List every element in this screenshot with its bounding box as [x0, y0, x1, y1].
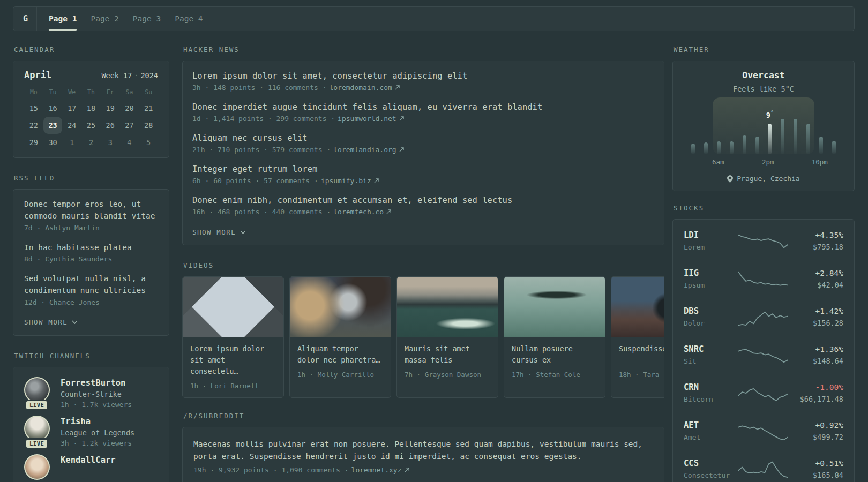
- stock-left: CRNBitcorn: [684, 382, 737, 403]
- video-title[interactable]: Lorem ipsum dolor sit amet consectetu…: [190, 343, 276, 377]
- app-logo: G: [23, 14, 36, 24]
- hn-item-title[interactable]: Aliquam nec cursus elit: [192, 133, 654, 143]
- tab-page-2[interactable]: Page 2: [91, 7, 118, 31]
- calendar-day: 16: [43, 100, 63, 117]
- twitch-section-title: TWITCH CHANNELS: [14, 352, 169, 360]
- calendar-header: April Week 17·2024: [24, 70, 158, 80]
- twitch-channel[interactable]: LIVEForrestBurtonCounter-Strike1h · 1.7k…: [24, 377, 158, 409]
- video-title[interactable]: Suspendisse diam: [619, 343, 664, 366]
- hn-section-title: HACKER NEWS: [183, 46, 664, 54]
- weather-column: [814, 105, 827, 154]
- stock-row[interactable]: CRNBitcorn-1.00%$66,171.48: [684, 374, 843, 412]
- video-card-body: Nullam posuere cursus ex17h · Stefan Col…: [504, 337, 605, 386]
- twitch-channel[interactable]: KendallCarr: [24, 454, 158, 482]
- twitch-channel[interactable]: LIVETrishaLeague of Legends3h · 1.2k vie…: [24, 416, 158, 447]
- video-thumbnail[interactable]: [183, 277, 283, 337]
- video-meta: 1h · Molly Carrillo: [297, 371, 383, 379]
- hn-item: Lorem ipsum dolor sit amet, consectetur …: [192, 71, 654, 92]
- video-thumbnail[interactable]: [504, 277, 605, 337]
- stock-row[interactable]: SNRCSit+1.36%$148.64: [684, 336, 843, 374]
- stock-change: +4.35%: [789, 231, 843, 240]
- rss-item-meta: 7d · Ashlyn Martin: [24, 224, 158, 232]
- rss-item[interactable]: In hac habitasse platea8d · Cynthia Saun…: [24, 242, 158, 263]
- stock-row[interactable]: CCSConsectetur+0.51%$165.84: [684, 450, 843, 482]
- stock-row[interactable]: LDILorem+4.35%$795.18: [684, 222, 843, 260]
- video-card[interactable]: Mauris sit amet massa felis7h · Grayson …: [396, 276, 498, 398]
- stock-symbol: CCS: [684, 458, 737, 469]
- video-title[interactable]: Nullam posuere cursus ex: [512, 343, 597, 366]
- video-title[interactable]: Aliquam tempor dolor nec pharetra…: [297, 343, 383, 366]
- video-card[interactable]: Nullam posuere cursus ex17h · Stefan Col…: [504, 276, 605, 398]
- hn-item-domain[interactable]: ipsumworld.net: [338, 115, 396, 123]
- calendar-day: 29: [24, 134, 43, 151]
- stock-right: -1.00%$66,171.48: [789, 383, 843, 404]
- subreddit-section-title: /R/SUBREDDIT: [183, 412, 664, 420]
- stock-change: -1.00%: [789, 383, 843, 392]
- twitch-avatar: [24, 416, 50, 441]
- calendar-day-header: Fr: [101, 86, 120, 99]
- tab-page-1[interactable]: Page 1: [49, 7, 77, 31]
- hn-item-title[interactable]: Integer eget rutrum lorem: [192, 164, 654, 174]
- twitch-channel-name[interactable]: Trisha: [61, 417, 134, 426]
- rss-item[interactable]: Sed volutpat nulla nisl, a condimentum n…: [24, 273, 158, 306]
- twitch-channel-name[interactable]: ForrestBurton: [61, 378, 132, 388]
- videos-section-title: VIDEOS: [183, 261, 664, 269]
- stock-price: $795.18: [789, 243, 843, 251]
- video-card[interactable]: Lorem ipsum dolor sit amet consectetu…1h…: [182, 276, 284, 398]
- tab-page-3[interactable]: Page 3: [133, 7, 161, 31]
- hn-item-title[interactable]: Donec imperdiet augue tincidunt felis al…: [192, 102, 654, 112]
- rss-item-title[interactable]: Sed volutpat nulla nisl, a condimentum n…: [24, 273, 158, 297]
- tab-page-4[interactable]: Page 4: [175, 7, 203, 31]
- twitch-channel-meta: 3h · 1.2k viewers: [61, 439, 134, 447]
- hn-item-domain[interactable]: loremdomain.com: [329, 84, 392, 92]
- stocks-list: LDILorem+4.35%$795.18IIGIpsum+2.84%$42.0…: [684, 222, 843, 482]
- calendar-day-header: We: [62, 86, 81, 99]
- rss-item-title[interactable]: Donec tempor eros leo, ut commodo mauris…: [24, 199, 158, 222]
- stock-change: +0.92%: [789, 421, 843, 430]
- chevron-down-icon: [240, 230, 246, 234]
- stock-sparkline-wrap: [737, 267, 789, 291]
- hn-item-domain[interactable]: ipsumify.biz: [321, 177, 371, 185]
- hn-item-title[interactable]: Lorem ipsum dolor sit amet, consectetur …: [192, 71, 654, 81]
- calendar-day: 25: [81, 117, 101, 134]
- hn-item-stats: 21h · 710 points · 579 comments ·: [192, 146, 331, 154]
- twitch-channel-info: KendallCarr: [61, 454, 116, 482]
- stock-sparkline-wrap: [737, 229, 789, 253]
- calendar-day-header: Th: [81, 86, 101, 99]
- stock-name: Bitcorn: [684, 395, 737, 404]
- twitch-channel-info: TrishaLeague of Legends3h · 1.2k viewers: [61, 416, 134, 447]
- stock-row[interactable]: AETAmet+0.92%$499.72: [684, 412, 843, 450]
- weather-column: [713, 105, 725, 154]
- subreddit-post-title[interactable]: Maecenas mollis pulvinar erat non posuer…: [193, 438, 653, 463]
- video-title[interactable]: Mauris sit amet massa felis: [405, 343, 490, 366]
- hn-show-more-button[interactable]: SHOW MORE: [192, 228, 246, 236]
- video-card[interactable]: Aliquam tempor dolor nec pharetra…1h · M…: [289, 276, 391, 398]
- stock-row[interactable]: DBSDolor+1.42%$156.28: [684, 298, 843, 336]
- dashboard-page: G Page 1Page 2Page 3Page 4 CALENDAR Apri…: [0, 0, 868, 482]
- twitch-avatar: [24, 454, 50, 480]
- stock-price: $66,171.48: [789, 395, 843, 403]
- hn-item-domain[interactable]: loremtech.co: [333, 208, 384, 216]
- hn-item: Donec enim nibh, condimentum et accumsan…: [192, 195, 654, 216]
- video-thumbnail[interactable]: [611, 277, 664, 337]
- hn-item-domain[interactable]: loremlandia.org: [333, 146, 396, 154]
- stock-row[interactable]: IIGIpsum+2.84%$42.04: [684, 260, 843, 298]
- rss-item[interactable]: Donec tempor eros leo, ut commodo mauris…: [24, 199, 158, 232]
- rss-show-more-button[interactable]: SHOW MORE: [24, 318, 78, 326]
- stock-name: Lorem: [684, 243, 737, 252]
- hn-item-stats: 6h · 60 points · 57 comments ·: [192, 177, 318, 185]
- video-thumbnail[interactable]: [290, 277, 391, 337]
- video-card[interactable]: Suspendisse diam18h · Tara: [611, 276, 664, 398]
- calendar-week-year: Week 17·2024: [101, 71, 158, 80]
- rss-item-title[interactable]: In hac habitasse platea: [24, 242, 158, 254]
- twitch-channel-game: League of Legends: [61, 428, 134, 437]
- video-thumbnail[interactable]: [397, 277, 498, 337]
- subreddit-widget: Maecenas mollis pulvinar erat non posuer…: [182, 427, 664, 482]
- stock-sparkline: [738, 381, 788, 405]
- twitch-channel-name[interactable]: KendallCarr: [61, 455, 116, 465]
- weather-time-label: [687, 158, 699, 166]
- subreddit-post-domain[interactable]: loremnet.xyz: [351, 466, 402, 474]
- stock-left: LDILorem: [684, 230, 737, 251]
- stock-price: $156.28: [789, 319, 843, 327]
- hn-item-title[interactable]: Donec enim nibh, condimentum et accumsan…: [192, 195, 654, 205]
